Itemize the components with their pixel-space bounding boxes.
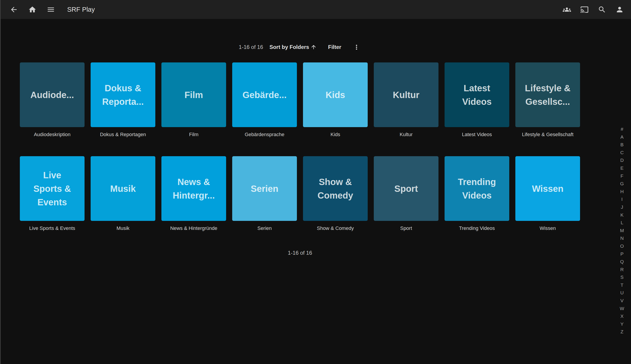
arrow-back-icon bbox=[10, 6, 18, 14]
alphabet-scrubber: #ABCDEFGHIJKLMNOPQRSTUVWXYZ bbox=[617, 125, 627, 336]
folder-card-tile[interactable]: Dokus & Reporta... bbox=[91, 62, 155, 127]
alpha-letter-#[interactable]: # bbox=[621, 125, 623, 133]
alpha-letter-F[interactable]: F bbox=[621, 172, 624, 180]
folder-card[interactable]: Sport Sport bbox=[374, 156, 438, 231]
alpha-letter-C[interactable]: C bbox=[620, 149, 624, 157]
folder-card-label: Lifestyle & Gesellschaft bbox=[515, 132, 580, 138]
folder-card-label: Kids bbox=[303, 132, 368, 138]
alpha-letter-N[interactable]: N bbox=[620, 234, 624, 242]
alpha-letter-T[interactable]: T bbox=[621, 281, 624, 289]
kebab-menu-icon bbox=[353, 44, 360, 51]
arrow-upward-icon bbox=[309, 44, 317, 50]
alpha-letter-O[interactable]: O bbox=[620, 242, 624, 250]
folder-card-tile[interactable]: Wissen bbox=[515, 156, 580, 221]
alpha-letter-H[interactable]: H bbox=[620, 188, 624, 196]
folder-card[interactable]: Musik Musik bbox=[91, 156, 155, 231]
alpha-letter-L[interactable]: L bbox=[621, 219, 623, 227]
folder-card-tile[interactable]: Gebärde... bbox=[232, 62, 297, 127]
menu-button[interactable] bbox=[46, 4, 56, 15]
folder-card[interactable]: News & Hintergr... News & Hintergründe bbox=[162, 156, 226, 231]
alpha-letter-W[interactable]: W bbox=[620, 305, 624, 312]
alpha-letter-Q[interactable]: Q bbox=[620, 258, 624, 266]
alpha-letter-E[interactable]: E bbox=[620, 164, 624, 172]
folder-card[interactable]: Audiode... Audiodeskription bbox=[20, 62, 84, 138]
folder-card[interactable]: Lifestyle & Gesellsc... Lifestyle & Gese… bbox=[515, 62, 580, 138]
app-screen: SRF Play 1-16 of 16 Sort by Folders bbox=[0, 0, 631, 364]
filter-button[interactable]: Filter bbox=[328, 44, 341, 50]
alpha-letter-M[interactable]: M bbox=[620, 227, 624, 235]
folder-card-label: Musik bbox=[91, 226, 155, 231]
folder-card[interactable]: Gebärde... Gebärdensprache bbox=[232, 62, 297, 138]
folder-card-tile[interactable]: Serien bbox=[232, 156, 297, 221]
sort-button-label: Sort by Folders bbox=[270, 44, 309, 50]
alpha-letter-J[interactable]: J bbox=[621, 203, 623, 211]
user-button[interactable] bbox=[614, 4, 625, 15]
folder-card-label: News & Hintergründe bbox=[162, 226, 226, 231]
alpha-letter-V[interactable]: V bbox=[620, 297, 624, 305]
cast-icon bbox=[580, 6, 588, 14]
alpha-letter-K[interactable]: K bbox=[620, 211, 624, 219]
folder-card-label: Dokus & Reportagen bbox=[91, 132, 155, 138]
folder-card[interactable]: Wissen Wissen bbox=[515, 156, 580, 231]
folder-card-label: Latest Videos bbox=[444, 132, 509, 138]
alpha-letter-R[interactable]: R bbox=[620, 266, 624, 274]
folder-card-tile[interactable]: Lifestyle & Gesellsc... bbox=[515, 62, 580, 127]
folder-card-tile[interactable]: Live Sports & Events bbox=[20, 156, 84, 221]
folder-card-title: Trending Videos bbox=[458, 175, 496, 202]
folder-card[interactable]: Kids Kids bbox=[303, 62, 368, 138]
folder-card-label: Serien bbox=[232, 226, 297, 231]
folder-card-title: Film bbox=[184, 88, 203, 102]
folder-card[interactable]: Trending Videos Trending Videos bbox=[444, 156, 509, 231]
alpha-letter-S[interactable]: S bbox=[620, 274, 624, 281]
folder-card-label: Sport bbox=[374, 226, 438, 231]
folder-card[interactable]: Kultur Kultur bbox=[374, 62, 438, 138]
folder-card-tile[interactable]: Kids bbox=[303, 62, 368, 127]
folder-grid: Audiode... Audiodeskription Dokus & Repo… bbox=[20, 62, 580, 231]
window-edge bbox=[0, 0, 1, 364]
folder-card-title: Lifestyle & Gesellsc... bbox=[525, 81, 570, 108]
alpha-letter-A[interactable]: A bbox=[620, 133, 624, 141]
folder-card-title: Sport bbox=[394, 182, 418, 196]
alpha-letter-G[interactable]: G bbox=[620, 180, 624, 188]
folder-card-tile[interactable]: Latest Videos bbox=[444, 62, 509, 127]
list-controls: 1-16 of 16 Sort by Folders Filter bbox=[20, 42, 580, 52]
folder-card[interactable]: Show & Comedy Show & Comedy bbox=[303, 156, 368, 231]
folder-card-title: Show & Comedy bbox=[318, 175, 353, 202]
sort-button[interactable]: Sort by Folders bbox=[270, 44, 317, 50]
alpha-letter-U[interactable]: U bbox=[620, 289, 624, 297]
folder-card[interactable]: Film Film bbox=[162, 62, 226, 138]
folder-card[interactable]: Dokus & Reporta... Dokus & Reportagen bbox=[91, 62, 155, 138]
folder-card-title: Kultur bbox=[393, 88, 420, 102]
folder-card-tile[interactable]: Trending Videos bbox=[444, 156, 509, 221]
folder-card-tile[interactable]: Musik bbox=[91, 156, 155, 221]
folder-card-label: Show & Comedy bbox=[303, 226, 368, 231]
folder-card-tile[interactable]: News & Hintergr... bbox=[162, 156, 226, 221]
alpha-letter-D[interactable]: D bbox=[620, 156, 624, 164]
alpha-letter-Y[interactable]: Y bbox=[620, 320, 624, 328]
cast-button[interactable] bbox=[579, 4, 590, 15]
alpha-letter-B[interactable]: B bbox=[620, 141, 624, 149]
person-icon bbox=[616, 6, 624, 14]
back-button[interactable] bbox=[8, 4, 19, 15]
folder-card-title: Musik bbox=[110, 182, 136, 196]
alpha-letter-Z[interactable]: Z bbox=[621, 328, 624, 336]
more-options-button[interactable] bbox=[352, 42, 361, 52]
folder-card-tile[interactable]: Sport bbox=[374, 156, 438, 221]
alpha-letter-X[interactable]: X bbox=[620, 312, 624, 320]
folder-card[interactable]: Serien Serien bbox=[232, 156, 297, 231]
folder-card-title: News & Hintergr... bbox=[173, 175, 215, 202]
folder-card-tile[interactable]: Show & Comedy bbox=[303, 156, 368, 221]
folder-card[interactable]: Live Sports & Events Live Sports & Event… bbox=[20, 156, 84, 231]
alpha-letter-P[interactable]: P bbox=[620, 250, 624, 258]
items-count: 1-16 of 16 bbox=[239, 44, 263, 50]
alpha-letter-I[interactable]: I bbox=[621, 196, 623, 203]
folder-card-tile[interactable]: Audiode... bbox=[20, 62, 84, 127]
folder-card-title: Live Sports & Events bbox=[33, 168, 71, 209]
home-button[interactable] bbox=[27, 4, 38, 15]
folder-card-label: Kultur bbox=[374, 132, 438, 138]
search-button[interactable] bbox=[597, 4, 607, 15]
folder-card-tile[interactable]: Kultur bbox=[374, 62, 438, 127]
syncplay-button[interactable] bbox=[562, 4, 572, 15]
folder-card-tile[interactable]: Film bbox=[162, 62, 226, 127]
folder-card[interactable]: Latest Videos Latest Videos bbox=[444, 62, 509, 138]
